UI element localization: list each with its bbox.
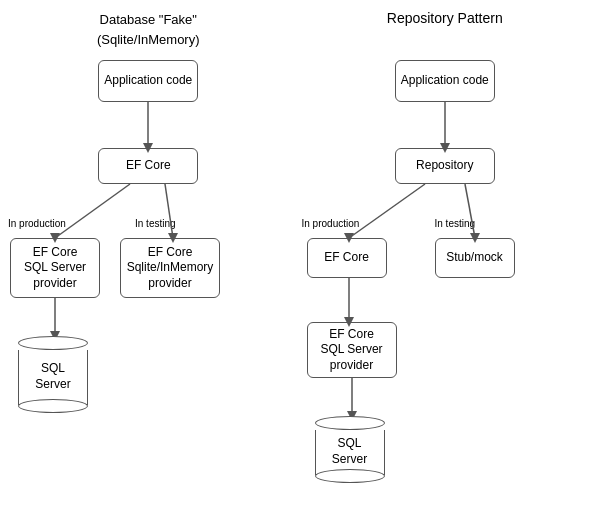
diagram2-ef-sql-box: EF Core SQL Server provider bbox=[307, 322, 397, 378]
diagram1-ef-sql-label: EF Core SQL Server provider bbox=[24, 245, 86, 292]
svg-line-4 bbox=[165, 184, 173, 238]
svg-line-12 bbox=[465, 184, 475, 238]
diagram-right: Repository Pattern Application code Repo… bbox=[297, 0, 594, 514]
svg-line-2 bbox=[55, 184, 130, 238]
diagram1-app-code-label: Application code bbox=[104, 73, 192, 89]
diagram2-stub-mock-box: Stub/mock bbox=[435, 238, 515, 278]
svg-line-10 bbox=[349, 184, 425, 238]
diagram2-in-testing-label: In testing bbox=[435, 218, 476, 229]
diagram2-repository-box: Repository bbox=[395, 148, 495, 184]
diagram2-ef-sql-label: EF Core SQL Server provider bbox=[320, 327, 382, 374]
diagram1-ef-core-box: EF Core bbox=[98, 148, 198, 184]
diagram2-stub-mock-label: Stub/mock bbox=[446, 250, 503, 266]
diagram2-in-production-label: In production bbox=[302, 218, 360, 229]
diagram1-sql-server-cylinder: SQL Server bbox=[18, 336, 88, 413]
diagram-container: Database "Fake" (Sqlite/InMemory) Applic… bbox=[0, 0, 593, 514]
diagram2-ef-core-box: EF Core bbox=[307, 238, 387, 278]
diagram1-app-code-box: Application code bbox=[98, 60, 198, 102]
diagram1-in-testing-label: In testing bbox=[135, 218, 176, 229]
diagram2-app-code-box: Application code bbox=[395, 60, 495, 102]
diagram1-ef-sqlite-box: EF Core Sqlite/InMemory provider bbox=[120, 238, 220, 298]
diagram2-sql-server-label: SQL Server bbox=[332, 436, 367, 467]
diagram1-ef-sqlite-label: EF Core Sqlite/InMemory provider bbox=[127, 245, 214, 292]
diagram1-sql-server-label: SQL Server bbox=[35, 361, 70, 392]
diagram1-in-production-label: In production bbox=[8, 218, 66, 229]
diagram2-ef-core-label: EF Core bbox=[324, 250, 369, 266]
diagram-left: Database "Fake" (Sqlite/InMemory) Applic… bbox=[0, 0, 297, 514]
diagram1-title: Database "Fake" (Sqlite/InMemory) bbox=[0, 10, 297, 49]
diagram2-title: Repository Pattern bbox=[297, 10, 594, 26]
diagram1-ef-sql-box: EF Core SQL Server provider bbox=[10, 238, 100, 298]
diagram2-sql-server-cylinder: SQL Server bbox=[315, 416, 385, 483]
diagram2-app-code-label: Application code bbox=[401, 73, 489, 89]
diagram1-ef-core-label: EF Core bbox=[126, 158, 171, 174]
diagram2-repository-label: Repository bbox=[416, 158, 473, 174]
